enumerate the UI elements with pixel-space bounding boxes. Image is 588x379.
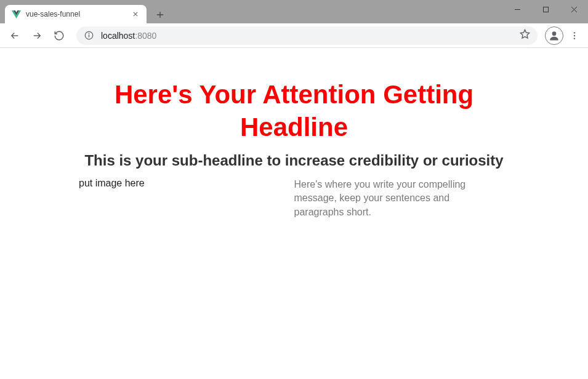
page-content: Here's Your Attention Getting Headline T…	[0, 48, 588, 219]
page-headline: Here's Your Attention Getting Headline	[0, 79, 588, 143]
window-maximize-button[interactable]	[531, 0, 560, 18]
page-subheadline: This is your sub-headline to increase cr…	[0, 152, 588, 169]
new-tab-button[interactable]	[151, 6, 169, 23]
vue-favicon-icon	[11, 9, 21, 19]
tab-strip: vue-sales-funnel	[0, 0, 503, 23]
svg-point-8	[574, 32, 575, 33]
tab-title: vue-sales-funnel	[26, 10, 131, 18]
window-minimize-button[interactable]	[503, 0, 531, 18]
svg-marker-6	[520, 30, 529, 38]
back-button[interactable]	[5, 26, 25, 46]
body-copy: Here's where you write your compelling m…	[294, 178, 510, 219]
browser-toolbar: localhost:8080	[0, 23, 588, 48]
window-titlebar: vue-sales-funnel	[0, 0, 588, 23]
window-controls	[503, 0, 588, 18]
tab-close-icon[interactable]	[131, 9, 140, 19]
browser-tab[interactable]: vue-sales-funnel	[5, 5, 147, 23]
svg-point-10	[574, 38, 575, 39]
svg-rect-2	[543, 7, 548, 12]
reload-button[interactable]	[49, 26, 69, 46]
profile-avatar-button[interactable]	[545, 26, 563, 45]
toolbar-right	[545, 26, 583, 46]
bookmark-star-icon[interactable]	[520, 29, 530, 42]
address-bar[interactable]: localhost:8080	[76, 26, 538, 45]
svg-point-9	[574, 34, 575, 36]
content-columns: put image here Here's where you write yo…	[0, 169, 588, 219]
image-placeholder-text: put image here	[79, 178, 294, 219]
browser-menu-button[interactable]	[566, 26, 583, 46]
svg-point-5	[89, 33, 89, 34]
window-close-button[interactable]	[560, 0, 588, 18]
site-info-icon[interactable]	[84, 31, 94, 41]
url-text: localhost:8080	[101, 31, 156, 41]
svg-point-7	[552, 31, 557, 36]
forward-button[interactable]	[27, 26, 47, 46]
